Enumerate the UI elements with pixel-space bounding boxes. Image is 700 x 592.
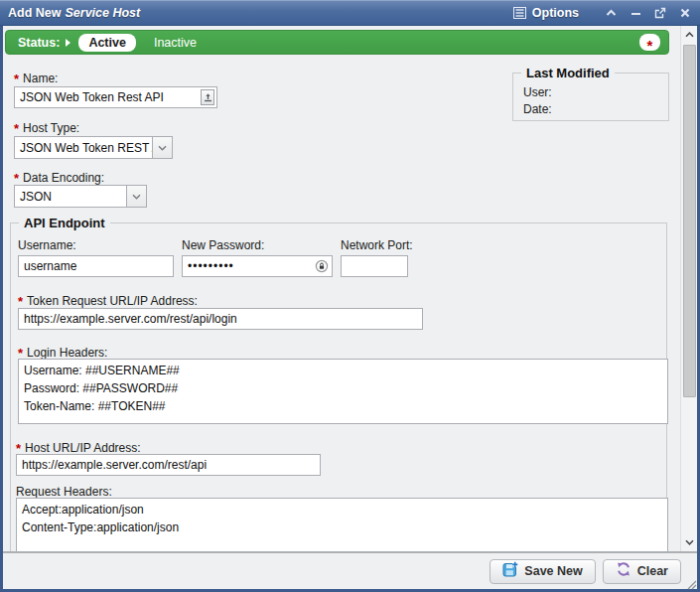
required-asterisk: * [18,294,23,309]
data-encoding-dropdown-trigger[interactable] [127,185,147,208]
token-request-url-input[interactable] [18,308,423,330]
name-label-text: Name: [23,72,58,85]
host-url-label: *Host URL/IP Address: [16,441,141,455]
status-tab-inactive[interactable]: Inactive [154,36,197,50]
name-field-trigger-icon[interactable] [201,89,214,105]
host-url-label-text: Host URL/IP Address: [25,441,141,455]
minimize-button[interactable] [629,6,642,20]
status-arrow-icon [66,39,70,47]
login-headers-label-text: Login Headers: [27,346,107,360]
data-encoding-label-text: Data Encoding: [23,171,104,185]
last-modified-fieldset: Last Modified User: Date: [512,73,669,121]
titlebar[interactable]: Add NewService Host Options [0,0,700,26]
required-asterisk: * [647,41,653,51]
user-label: User: [523,85,552,99]
status-bar: Status: Active Inactive * [5,30,669,55]
window-title-prefix: Add New [8,6,61,20]
required-asterisk: * [14,121,19,136]
new-password-input[interactable] [182,255,333,277]
scrollbar-thumb[interactable] [683,45,696,397]
request-headers-textarea[interactable]: Accept:application/json Content-Type:app… [16,498,668,551]
token-request-url-label: *Token Request URL/IP Address: [18,294,198,308]
close-button[interactable] [678,6,692,20]
options-label: Options [532,6,579,20]
name-input[interactable] [14,86,217,108]
last-modified-date-row: Date: [523,102,552,116]
form-scroll-area: Status: Active Inactive * *Name: Last Mo… [3,26,680,551]
host-url-input[interactable] [16,454,321,476]
host-type-label-text: Host Type: [23,121,79,135]
data-encoding-select[interactable]: JSON [14,185,147,208]
popout-button[interactable] [653,6,667,20]
username-label: Username: [18,239,76,252]
new-password-label: New Password: [182,239,264,252]
vertical-scrollbar[interactable] [680,26,697,551]
window-title: Add NewService Host [8,6,140,20]
date-label: Date: [523,102,552,116]
scroll-down-button[interactable] [681,534,698,550]
host-type-dropdown-trigger[interactable] [153,136,173,159]
required-indicator-badge: * [639,34,660,51]
chevron-down-icon [158,145,167,151]
login-headers-label: *Login Headers: [18,346,107,360]
host-type-select[interactable]: JSON Web Token REST API [14,136,173,159]
host-type-selected-value: JSON Web Token REST API [14,136,153,159]
add-service-host-window: Add NewService Host Options [0,0,700,592]
save-new-label: Save New [524,564,582,578]
options-menu-icon [513,6,527,20]
save-new-button[interactable]: Save New [490,559,595,584]
resize-grip[interactable] [684,576,697,589]
clear-refresh-icon [616,561,631,581]
collapse-button[interactable] [604,6,618,20]
host-type-label: *Host Type: [14,121,79,135]
api-endpoint-legend: API Endpoint [19,216,110,230]
name-label: *Name: [14,72,58,85]
clear-button[interactable]: Clear [603,559,681,584]
data-encoding-label: *Data Encoding: [14,171,104,185]
network-port-label: Network Port: [341,239,413,252]
chevron-down-icon [132,194,141,200]
network-port-input[interactable] [341,255,408,277]
status-label: Status: [18,36,60,50]
window-title-emphasis: Service Host [65,6,140,20]
dialog-body: Status: Active Inactive * *Name: Last Mo… [3,26,697,589]
new-password-field-wrap [182,255,333,277]
username-input[interactable] [18,255,174,277]
footer-toolbar: Save New Clear [3,551,697,589]
login-headers-textarea[interactable]: Username: ##USERNAME## Password: ##PASSW… [18,359,668,424]
chevron-down-icon [685,539,694,545]
required-asterisk: * [14,72,19,86]
token-request-url-label-text: Token Request URL/IP Address: [27,294,198,308]
last-modified-legend: Last Modified [521,66,615,80]
required-asterisk: * [14,171,19,186]
options-button[interactable]: Options [513,6,579,20]
chevron-up-icon [685,32,694,38]
clear-label: Clear [637,564,668,578]
name-field-wrap [14,86,217,108]
data-encoding-selected-value: JSON [14,185,127,208]
status-tab-active[interactable]: Active [78,34,136,52]
last-modified-user-row: User: [523,85,552,99]
password-lock-icon[interactable] [315,259,329,273]
scroll-up-button[interactable] [681,27,698,43]
save-new-icon [502,561,518,581]
